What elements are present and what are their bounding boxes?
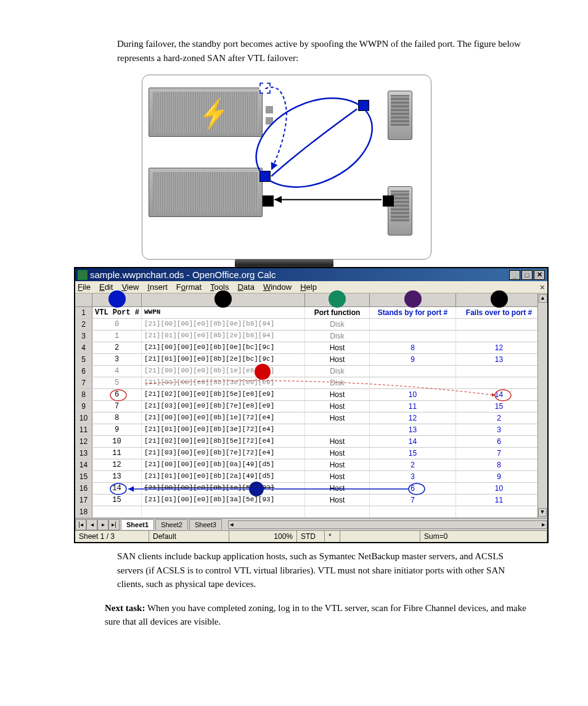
- cell[interactable]: [21][00][00][e0][8b][1e][e8][e9]: [142, 366, 305, 377]
- tab-nav-last[interactable]: ▸|: [108, 519, 120, 530]
- cell[interactable]: 14: [370, 436, 456, 447]
- scroll-down-button[interactable]: ▼: [538, 508, 547, 517]
- table-row[interactable]: 108[21][00][00][e0][8b][1e][72][e4]Host1…: [75, 413, 547, 424]
- table-row[interactable]: 1311[21][03][00][e0][8b][7e][72][e4]Host…: [75, 448, 547, 459]
- tab-sheet3[interactable]: Sheet3: [189, 519, 222, 530]
- cell[interactable]: [21][01][00][e0][8b][3e][72][e4]: [142, 424, 305, 435]
- col-header-E[interactable]: E: [456, 293, 542, 306]
- tab-sheet1[interactable]: Sheet1: [121, 519, 154, 530]
- cell[interactable]: 3: [456, 424, 542, 435]
- cell[interactable]: 2: [370, 459, 456, 470]
- cell[interactable]: [370, 377, 456, 388]
- cell[interactable]: Host: [305, 483, 370, 494]
- cell[interactable]: 13: [456, 354, 542, 365]
- cell[interactable]: Host: [305, 354, 370, 365]
- menu-format[interactable]: Format: [176, 282, 202, 292]
- minimize-button[interactable]: _: [509, 270, 520, 280]
- cell[interactable]: 10: [92, 436, 142, 447]
- cell[interactable]: [92, 506, 142, 517]
- cell[interactable]: [456, 506, 542, 517]
- cell[interactable]: 9: [92, 424, 142, 435]
- col-header-B[interactable]: B: [142, 293, 305, 306]
- cell[interactable]: 6: [370, 483, 456, 494]
- cell[interactable]: 6: [456, 436, 542, 447]
- tab-nav-next[interactable]: ▸: [97, 519, 108, 530]
- table-row[interactable]: 1412[21][00][00][e0][8b][0a][49][d5]Host…: [75, 459, 547, 471]
- cell[interactable]: [21][00][00][e0][8b][1a][5e][93]: [142, 483, 305, 494]
- menu-view[interactable]: View: [121, 282, 139, 292]
- close-button[interactable]: ✕: [534, 270, 545, 280]
- cell[interactable]: Disk: [305, 330, 370, 342]
- table-row[interactable]: 1614[21][00][00][e0][8b][1a][5e][93]Host…: [75, 483, 547, 495]
- cell[interactable]: Host: [305, 471, 370, 482]
- cell[interactable]: [21][03][00][e0][8b][7e][e8][e9]: [142, 401, 305, 412]
- cell[interactable]: Disk: [305, 319, 370, 330]
- cell[interactable]: [21][02][00][e0][8b][5e][e8][e9]: [142, 389, 305, 400]
- cell[interactable]: [21][00][00][e0][8b][1e][72][e4]: [142, 413, 305, 424]
- cell[interactable]: [370, 319, 456, 330]
- cell[interactable]: 11: [92, 448, 142, 459]
- cell[interactable]: 7: [370, 495, 456, 506]
- cell[interactable]: Disk: [305, 377, 370, 388]
- horizontal-scrollbar[interactable]: ◂▸: [228, 520, 547, 529]
- cell[interactable]: Host: [305, 413, 370, 424]
- tab-sheet2[interactable]: Sheet2: [155, 519, 188, 530]
- cell[interactable]: 8: [370, 342, 456, 353]
- table-row[interactable]: 18: [75, 506, 547, 518]
- cell[interactable]: 15: [92, 495, 142, 506]
- cell[interactable]: 2: [92, 342, 142, 353]
- cell[interactable]: 4: [92, 366, 142, 377]
- cell[interactable]: 2: [456, 413, 542, 424]
- cell[interactable]: [456, 319, 542, 330]
- menu-tools[interactable]: Tools: [210, 282, 229, 292]
- cell[interactable]: [370, 366, 456, 377]
- cell[interactable]: [21][01][00][e0][8b][2e][b8][94]: [142, 330, 305, 342]
- cell[interactable]: 1: [92, 330, 142, 342]
- col-header-D[interactable]: D: [370, 293, 456, 306]
- table-row[interactable]: 64[21][00][00][e0][8b][1e][e8][e9]Disk: [75, 366, 547, 377]
- cell[interactable]: Host: [305, 401, 370, 412]
- menu-window[interactable]: Window: [263, 282, 292, 292]
- menu-data[interactable]: Data: [237, 282, 254, 292]
- cell[interactable]: [21][00][00][e0][8b][0e][b8][94]: [142, 319, 305, 330]
- cell[interactable]: [370, 506, 456, 517]
- vertical-scrollbar[interactable]: ▲ ▼: [537, 293, 547, 518]
- cell[interactable]: 6: [92, 389, 142, 400]
- col-header-C[interactable]: C: [305, 293, 370, 306]
- cell[interactable]: [21][01][00][e0][8b][2a][49][d5]: [142, 471, 305, 482]
- cell[interactable]: Host: [305, 342, 370, 353]
- scroll-up-button[interactable]: ▲: [539, 294, 547, 303]
- table-row[interactable]: 20[21][00][00][e0][8b][0e][b8][94]Disk: [75, 319, 547, 330]
- cell[interactable]: 8: [456, 459, 542, 470]
- cell[interactable]: [456, 377, 542, 388]
- cell[interactable]: 13: [92, 471, 142, 482]
- tab-nav-first[interactable]: |◂: [75, 519, 86, 530]
- tab-nav-prev[interactable]: ◂: [86, 519, 97, 530]
- cell[interactable]: Host: [305, 389, 370, 400]
- cell[interactable]: [305, 506, 370, 517]
- cell[interactable]: [456, 330, 542, 342]
- cell[interactable]: 12: [456, 342, 542, 353]
- cell[interactable]: [305, 424, 370, 435]
- table-row[interactable]: 75[21][01][00][e0][8b][3e][e8][e9]Disk: [75, 377, 547, 389]
- menu-edit[interactable]: Edit: [99, 282, 113, 292]
- cell[interactable]: 11: [456, 495, 542, 506]
- col-header-A[interactable]: A: [92, 293, 142, 306]
- cell[interactable]: 11: [370, 401, 456, 412]
- table-row[interactable]: 1715[21][01][00][e0][8b][3a][5e][93]Host…: [75, 495, 547, 506]
- table-row[interactable]: 119[21][01][00][e0][8b][3e][72][e4]133: [75, 424, 547, 436]
- cell[interactable]: [21][00][00][e0][8b][0e][bc][9c]: [142, 342, 305, 353]
- cell[interactable]: 8: [92, 413, 142, 424]
- cell[interactable]: 9: [370, 354, 456, 365]
- cell[interactable]: 0: [92, 319, 142, 330]
- cell[interactable]: [21][01][00][e0][8b][2e][bc][9c]: [142, 354, 305, 365]
- cell[interactable]: Disk: [305, 366, 370, 377]
- cell[interactable]: [21][02][00][e0][8b][5e][72][e4]: [142, 436, 305, 447]
- table-row[interactable]: 53[21][01][00][e0][8b][2e][bc][9c]Host91…: [75, 354, 547, 366]
- cell[interactable]: Host: [305, 495, 370, 506]
- cell[interactable]: 12: [92, 459, 142, 470]
- cell[interactable]: [21][01][00][e0][8b][3a][5e][93]: [142, 495, 305, 506]
- table-row[interactable]: 1210[21][02][00][e0][8b][5e][72][e4]Host…: [75, 436, 547, 448]
- close-document-button[interactable]: ×: [540, 282, 545, 292]
- cell[interactable]: 3: [370, 471, 456, 482]
